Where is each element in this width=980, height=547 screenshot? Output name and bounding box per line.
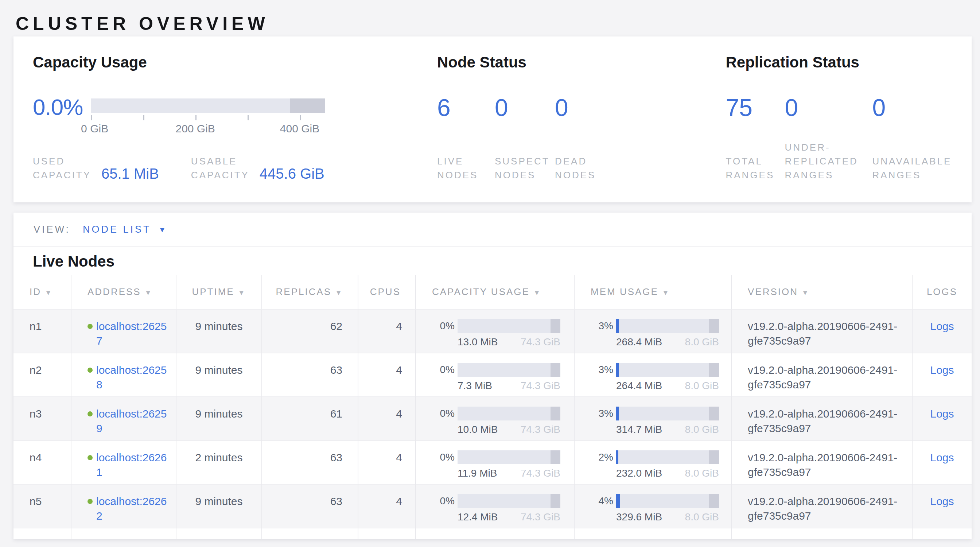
dead-nodes-label: DEAD NODES [555,154,606,182]
capacity-usage-bar [458,407,560,420]
unavailable-ranges-count: 0 [872,93,886,137]
table-row: n5 localhost:26262 9 minutes 63 4 0% 12.… [13,484,972,528]
total-ranges-label: TOTAL RANGES [726,154,781,182]
node-mem-usage: 2% 232.0 MiB8.0 GiB [574,440,731,484]
capacity-usage-bar [458,319,560,333]
table-row-partial [13,528,972,539]
column-header-logs: LOGS [912,275,972,309]
node-version: v19.2.0-alpha.20190606-2491-gfe735c9a97 [748,319,907,348]
column-header-cpus[interactable]: CPUS [358,275,415,309]
capacity-usage-chart: 0.0% 0 GiB 200 GiB 400 [33,93,437,137]
node-capacity-usage: 0% 13.0 MiB74.3 GiB [415,309,574,353]
mem-usage-bar [616,494,719,508]
live-nodes-count: 6 [437,93,495,137]
mem-usage-bar [616,363,719,377]
under-replicated-ranges-label: UNDER-REPLICATED RANGES [785,140,870,182]
live-nodes-label: LIVE NODES [437,154,488,182]
capacity-stats-row: USED CAPACITY 65.1 MiB USABLE CAPACITY 4… [33,140,437,182]
view-mode-dropdown[interactable]: NODE LIST ▼ [83,224,166,235]
sort-desc-icon: ▼ [533,289,541,296]
node-status-labels: LIVE NODES SUSPECT NODES DEAD NODES [437,140,726,182]
table-row: n1 localhost:26257 9 minutes 62 4 0% 13.… [13,309,972,353]
logs-link[interactable]: Logs [930,495,954,507]
sort-desc-icon: ▼ [662,289,670,296]
total-ranges-count: 75 [726,93,785,137]
axis-label-200gib: 200 GiB [175,122,215,135]
sort-desc-icon: ▼ [802,289,810,296]
node-address-link[interactable]: localhost:26258 [96,363,168,392]
column-header-replicas[interactable]: REPLICAS▼ [262,275,358,309]
node-version: v19.2.0-alpha.20190606-2491-gfe735c9a97 [748,363,907,392]
node-cpus: 4 [358,440,415,484]
node-capacity-usage: 0% 11.9 MiB74.3 GiB [415,440,574,484]
node-cpus: 4 [358,397,415,440]
node-version: v19.2.0-alpha.20190606-2491-gfe735c9a97 [748,407,907,436]
live-nodes-heading: Live Nodes [33,253,972,270]
node-uptime: 2 minutes [176,440,262,484]
used-capacity-label: USED CAPACITY [33,154,98,182]
node-live-icon [88,455,92,460]
node-mem-usage: 3% 314.7 MiB8.0 GiB [574,397,731,440]
node-live-icon [88,411,92,417]
unavailable-ranges-label: UNAVAILABLE RANGES [872,154,970,182]
node-cpus: 4 [358,309,415,353]
sort-desc-icon: ▼ [335,289,343,296]
under-replicated-ranges-count: 0 [785,93,872,137]
node-address-link[interactable]: localhost:26262 [96,494,168,523]
axis-label-400gib: 400 GiB [280,122,320,135]
node-id: n5 [13,484,71,528]
usable-capacity-stat: USABLE CAPACITY 445.6 GiB [191,154,325,182]
node-uptime: 9 minutes [176,397,262,440]
node-id: n1 [13,309,71,353]
replication-status-heading: Replication Status [726,54,972,71]
table-row: n3 localhost:26259 9 minutes 61 4 0% 10.… [13,397,972,440]
column-header-capacity-usage[interactable]: CAPACITY USAGE▼ [415,275,574,309]
mem-usage-bar [616,450,719,464]
usable-capacity-value: 445.6 GiB [259,165,325,182]
node-mem-usage: 3% 268.4 MiB8.0 GiB [574,309,731,353]
column-header-version[interactable]: VERSION▼ [731,275,912,309]
sort-desc-icon: ▼ [145,289,153,296]
node-uptime: 9 minutes [176,309,262,353]
node-cpus: 4 [358,484,415,528]
mem-usage-bar [616,407,719,420]
node-capacity-usage: 0% 10.0 MiB74.3 GiB [415,397,574,440]
table-row: n2 localhost:26258 9 minutes 63 4 0% 7.3… [13,353,972,397]
node-status-section: Node Status 6 0 0 LIVE NODES SUSPECT NOD… [437,54,726,182]
column-header-address[interactable]: ADDRESS▼ [71,275,176,309]
node-mem-usage: 3% 264.4 MiB8.0 GiB [574,353,731,397]
dead-nodes-count: 0 [555,93,568,137]
usable-capacity-label: USABLE CAPACITY [191,154,256,182]
cluster-overview-page: CLUSTER OVERVIEW Capacity Usage 0.0% [0,13,980,547]
node-list-card: VIEW: NODE LIST ▼ Live Nodes ID▼ ADDRESS… [13,213,972,539]
node-replicas: 62 [262,309,358,353]
node-address-link[interactable]: localhost:26257 [96,319,168,348]
replication-labels: TOTAL RANGES UNDER-REPLICATED RANGES UNA… [726,140,972,182]
node-live-icon [88,367,92,373]
node-address-link[interactable]: localhost:26261 [96,450,168,480]
replication-values: 75 0 0 [726,93,972,137]
capacity-bar-dark-segment [290,99,325,113]
node-version: v19.2.0-alpha.20190606-2491-gfe735c9a97 [748,450,907,480]
column-header-uptime[interactable]: UPTIME▼ [176,275,262,309]
node-status-heading: Node Status [437,54,726,71]
capacity-usage-section: Capacity Usage 0.0% 0 GiB [33,54,437,182]
logs-link[interactable]: Logs [930,408,954,420]
column-header-mem-usage[interactable]: MEM USAGE▼ [574,275,731,309]
table-header-row: ID▼ ADDRESS▼ UPTIME▼ REPLICAS▼ CPUS CAPA… [13,275,972,309]
live-nodes-table: ID▼ ADDRESS▼ UPTIME▼ REPLICAS▼ CPUS CAPA… [13,275,972,539]
logs-link[interactable]: Logs [930,364,954,376]
sort-desc-icon: ▼ [45,289,53,296]
capacity-axis-labels: 0 GiB 200 GiB 400 GiB [91,122,325,135]
node-capacity-usage: 0% 7.3 MiB74.3 GiB [415,353,574,397]
node-uptime: 9 minutes [176,484,262,528]
logs-link[interactable]: Logs [930,452,954,463]
page-title: CLUSTER OVERVIEW [16,13,967,34]
column-header-id[interactable]: ID▼ [13,275,71,309]
node-live-icon [88,499,92,504]
node-status-values: 6 0 0 [437,93,726,137]
used-capacity-value: 65.1 MiB [101,165,159,182]
node-address-link[interactable]: localhost:26259 [96,407,168,436]
logs-link[interactable]: Logs [930,320,954,332]
capacity-usage-heading: Capacity Usage [33,54,437,71]
